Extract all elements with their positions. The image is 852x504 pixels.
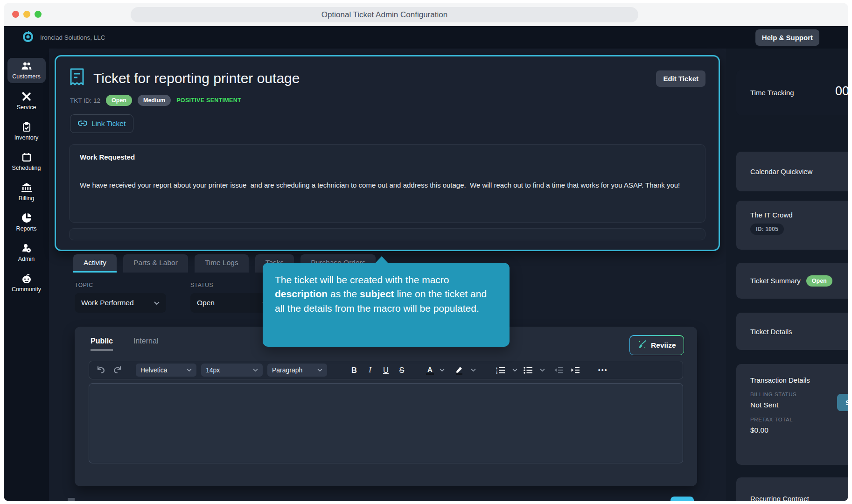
undo-icon[interactable] <box>95 364 107 376</box>
font-size-select[interactable]: 14px <box>201 364 263 377</box>
editor-toolbar: Helvetica 14px Paragraph B I U S A <box>89 361 683 379</box>
tab-parts-labor[interactable]: Parts & Labor <box>123 254 188 273</box>
sidebar-item-customers[interactable]: Customers <box>7 58 46 83</box>
chevron-down-icon <box>317 369 322 371</box>
sidebar-item-inventory[interactable]: Inventory <box>7 119 46 144</box>
company-logo-icon <box>21 30 35 45</box>
customer-name: The IT Crowd <box>750 211 848 219</box>
sidebar-item-service[interactable]: Service <box>7 88 46 113</box>
chevron-down-icon <box>253 369 258 371</box>
pretax-total-label: PRETAX TOTAL <box>750 417 848 422</box>
customers-icon <box>21 62 32 71</box>
bullet-list-icon[interactable] <box>522 364 534 376</box>
status-select[interactable]: Open <box>190 293 274 313</box>
revize-label: Reviize <box>651 341 676 350</box>
redo-icon[interactable] <box>112 364 124 376</box>
sidebar-item-reports[interactable]: Reports <box>7 210 46 235</box>
ordered-list-icon[interactable]: 1 2 3 <box>495 364 507 376</box>
customer-card[interactable]: The IT Crowd ID: 1005 <box>736 201 848 250</box>
revize-button[interactable]: Reviize <box>629 335 684 355</box>
broom-sparkle-icon <box>637 340 647 351</box>
time-tracking-value: 00: <box>835 84 848 98</box>
window-controls <box>12 11 42 18</box>
community-face-icon <box>21 273 32 284</box>
tab-internal[interactable]: Internal <box>133 337 158 350</box>
link-ticket-label: Link Ticket <box>91 119 126 128</box>
chevron-down-icon <box>154 301 160 305</box>
bullet-list-chevron-icon[interactable] <box>540 369 545 371</box>
svg-text:3: 3 <box>496 371 497 374</box>
sidebar-item-label: Service <box>17 104 36 111</box>
screen: Optional Ticket Admin Configuration Iron… <box>0 0 852 504</box>
send-invoice-button[interactable]: Send <box>837 394 848 411</box>
sidebar-item-label: Scheduling <box>12 165 41 171</box>
tooltip-arrow <box>375 256 388 263</box>
italic-icon[interactable]: I <box>364 365 376 375</box>
reply-editor-panel: Public Internal Rev <box>75 327 697 486</box>
message-textarea[interactable] <box>89 383 683 463</box>
strikethrough-icon[interactable]: S <box>396 366 407 375</box>
status-label: STATUS <box>190 282 274 288</box>
status-badge: Open <box>106 95 132 106</box>
tab-time-logs[interactable]: Time Logs <box>195 254 249 273</box>
tooltip-text: as the <box>328 288 360 299</box>
font-family-select[interactable]: Helvetica <box>136 364 196 377</box>
billing-status-label: BILLING STATUS <box>750 392 848 397</box>
help-support-button[interactable]: Help & Support <box>755 29 819 46</box>
link-ticket-button[interactable]: Link Ticket <box>70 114 133 133</box>
calendar-quickview-card[interactable]: Calendar Quickview <box>736 152 848 191</box>
bottom-left-stub <box>68 498 75 501</box>
close-window-button[interactable] <box>12 11 19 18</box>
sidebar-item-label: Reports <box>16 225 37 232</box>
recurring-contract-label: Recurring Contract <box>750 495 809 502</box>
highlight-color-icon[interactable] <box>453 364 465 376</box>
sidebar-item-label: Admin <box>18 256 35 262</box>
sidebar-item-billing[interactable]: Billing <box>7 179 46 204</box>
tab-public[interactable]: Public <box>91 337 113 350</box>
ticket-icon <box>69 68 85 89</box>
text-color-icon[interactable]: A <box>426 365 434 375</box>
tools-icon <box>21 91 32 102</box>
underline-icon[interactable]: U <box>380 366 391 375</box>
bold-icon[interactable]: B <box>349 366 360 375</box>
bank-icon <box>21 182 32 193</box>
ordered-list-chevron-icon[interactable] <box>512 369 517 371</box>
sidebar-item-admin[interactable]: Admin <box>7 240 46 265</box>
customer-id-badge: ID: 1005 <box>750 224 784 235</box>
recurring-contract-card[interactable]: Recurring Contract <box>736 477 848 501</box>
paragraph-style-select[interactable]: Paragraph <box>267 364 327 377</box>
ticket-summary-label: Ticket Summary <box>750 277 801 285</box>
ticket-details-card[interactable]: Ticket Details <box>736 313 848 350</box>
ticket-title: Ticket for reporting printer outage <box>93 70 648 86</box>
sidebar-item-community[interactable]: Community <box>7 270 46 295</box>
admin-gear-icon <box>21 243 32 253</box>
edit-ticket-button[interactable]: Edit Ticket <box>656 70 705 87</box>
calendar-quickview-label: Calendar Quickview <box>750 168 812 175</box>
more-options-icon[interactable]: ••• <box>598 366 608 374</box>
window-title: Optional Ticket Admin Configuration <box>131 7 638 22</box>
minimize-window-button[interactable] <box>23 11 30 18</box>
ticket-card-footer-strip <box>69 228 705 240</box>
link-icon <box>78 119 87 128</box>
time-tracking-label: Time Tracking <box>750 89 794 97</box>
time-tracking-card[interactable]: Time Tracking 00: <box>736 70 848 115</box>
ticket-summary-status-badge: Open <box>806 275 832 287</box>
status-value: Open <box>197 299 215 307</box>
onboarding-tooltip: The ticket will be created with the macr… <box>263 263 510 347</box>
work-requested-body: We have received your report about your … <box>80 179 700 192</box>
transaction-details-heading: Transaction Details <box>750 376 848 384</box>
bottom-action-button[interactable] <box>670 497 694 501</box>
outdent-icon[interactable] <box>552 364 565 376</box>
highlight-color-chevron-icon[interactable] <box>471 369 476 371</box>
sidebar-item-scheduling[interactable]: Scheduling <box>7 149 46 174</box>
topic-select[interactable]: Work Performed <box>75 293 166 313</box>
sidebar-item-label: Inventory <box>14 134 38 141</box>
indent-icon[interactable] <box>569 364 581 376</box>
sidebar-item-label: Community <box>12 286 41 293</box>
tab-activity[interactable]: Activity <box>73 254 117 273</box>
left-sidebar: Customers Service <box>4 49 49 501</box>
zoom-window-button[interactable] <box>35 11 42 18</box>
ticket-summary-card[interactable]: Ticket Summary Open <box>736 263 848 299</box>
text-color-chevron-icon[interactable] <box>440 369 445 371</box>
app-header: Ironclad Solutions, LLC Help & Support <box>4 26 848 49</box>
